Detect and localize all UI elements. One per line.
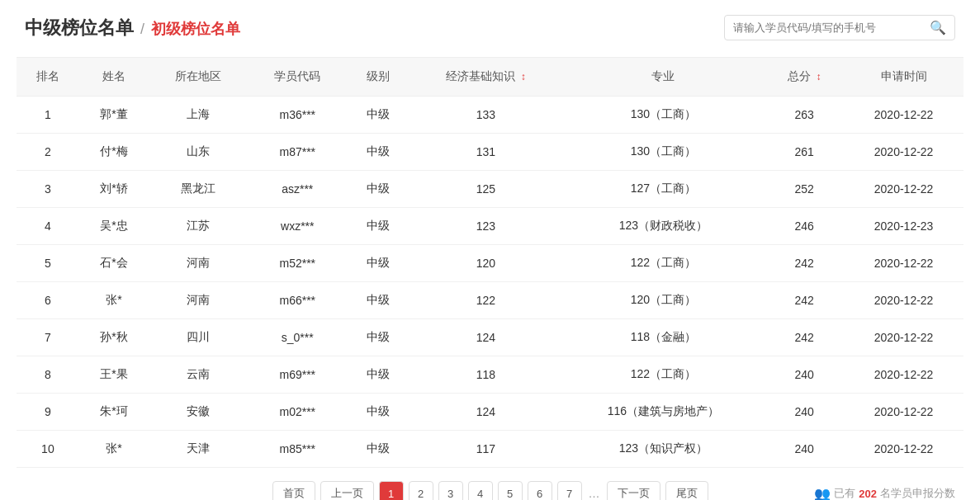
table-row: 2付*梅山东m87***中级131130（工商）2612020-12-22 (17, 134, 963, 171)
cell-name: 郭*董 (79, 97, 149, 134)
cell-code: m69*** (248, 356, 347, 394)
cell-region: 四川 (149, 319, 248, 356)
table-row: 6张*河南m66***中级122120（工商）2422020-12-22 (17, 282, 963, 319)
cell-total: 242 (765, 282, 844, 319)
cell-total: 240 (765, 431, 844, 468)
cell-economics: 131 (410, 134, 562, 171)
col-name: 姓名 (79, 58, 149, 97)
pagination-首页[interactable]: 首页 (272, 481, 315, 500)
cell-date: 2020-12-22 (844, 97, 963, 134)
cell-major: 118（金融） (562, 319, 765, 356)
table-row: 1郭*董上海m36***中级133130（工商）2632020-12-22 (17, 97, 963, 134)
cell-total: 246 (765, 208, 844, 245)
cell-name: 朱*珂 (79, 394, 149, 431)
cell-name: 刘*轿 (79, 171, 149, 208)
cell-rank: 1 (17, 97, 79, 134)
cell-rank: 7 (17, 319, 79, 356)
cell-major: 120（工商） (562, 282, 765, 319)
cell-code: m87*** (248, 134, 347, 171)
cell-economics: 120 (410, 245, 562, 282)
cell-date: 2020-12-22 (844, 319, 963, 356)
cell-major: 123（财政税收） (562, 208, 765, 245)
cell-region: 河南 (149, 282, 248, 319)
col-region: 所在地区 (149, 58, 248, 97)
col-economics[interactable]: 经济基础知识 ↕ (410, 58, 562, 97)
table-row: 10张*天津m85***中级117123（知识产权）2402020-12-22 (17, 431, 963, 468)
cell-total: 240 (765, 394, 844, 431)
cell-date: 2020-12-22 (844, 356, 963, 394)
cell-name: 吴*忠 (79, 208, 149, 245)
cell-code: m36*** (248, 97, 347, 134)
economics-sort-icon: ↕ (521, 71, 526, 83)
cell-level: 中级 (347, 171, 410, 208)
page-btn-7[interactable]: 7 (557, 481, 582, 500)
rankings-table: 排名 姓名 所在地区 学员代码 级别 经济基础知识 ↕ 专业 总分 ↕ 申请时间… (17, 57, 963, 468)
cell-level: 中级 (347, 134, 410, 171)
table-row: 4吴*忠江苏wxz***中级123123（财政税收）2462020-12-23 (17, 208, 963, 245)
cell-name: 张* (79, 431, 149, 468)
col-level: 级别 (347, 58, 410, 97)
page-btn-4[interactable]: 4 (468, 481, 493, 500)
table-row: 7孙*秋四川s_0***中级124118（金融）2422020-12-22 (17, 319, 963, 356)
cell-date: 2020-12-22 (844, 171, 963, 208)
page-footer: 首页上一页1234567…下一页尾页 👥 已有 202 名学员申报分数 (0, 471, 980, 500)
pagination-尾页[interactable]: 尾页 (665, 481, 708, 500)
col-total[interactable]: 总分 ↕ (765, 58, 844, 97)
search-icon[interactable]: 🔍 (930, 20, 946, 35)
cell-total: 263 (765, 97, 844, 134)
cell-economics: 125 (410, 171, 562, 208)
cell-level: 中级 (347, 431, 410, 468)
cell-economics: 122 (410, 282, 562, 319)
cell-level: 中级 (347, 97, 410, 134)
footer-right: 👥 已有 202 名学员申报分数 (774, 486, 955, 501)
cell-date: 2020-12-22 (844, 282, 963, 319)
col-rank: 排名 (17, 58, 79, 97)
cell-date: 2020-12-22 (844, 134, 963, 171)
cell-major: 130（工商） (562, 134, 765, 171)
cell-region: 江苏 (149, 208, 248, 245)
search-input[interactable] (733, 21, 925, 34)
page-header: 中级榜位名单 / 初级榜位名单 🔍 (0, 0, 980, 49)
cell-total: 242 (765, 245, 844, 282)
cell-total: 252 (765, 171, 844, 208)
cell-major: 127（工商） (562, 171, 765, 208)
member-number: 202 (859, 488, 877, 500)
cell-code: wxz*** (248, 208, 347, 245)
cell-level: 中级 (347, 282, 410, 319)
table-container: 排名 姓名 所在地区 学员代码 级别 经济基础知识 ↕ 专业 总分 ↕ 申请时间… (0, 57, 980, 468)
page-btn-3[interactable]: 3 (438, 481, 463, 500)
page-btn-5[interactable]: 5 (498, 481, 523, 500)
title-sub[interactable]: 初级榜位名单 (151, 19, 240, 39)
page-btn-1[interactable]: 1 (379, 481, 404, 500)
cell-code: m66*** (248, 282, 347, 319)
cell-total: 240 (765, 356, 844, 394)
table-row: 3刘*轿黑龙江asz***中级125127（工商）2522020-12-22 (17, 171, 963, 208)
cell-rank: 2 (17, 134, 79, 171)
cell-level: 中级 (347, 319, 410, 356)
title-area: 中级榜位名单 / 初级榜位名单 (25, 16, 240, 40)
table-row: 5石*会河南m52***中级120122（工商）2422020-12-22 (17, 245, 963, 282)
cell-major: 116（建筑与房地产） (562, 394, 765, 431)
total-sort-icon: ↕ (817, 71, 821, 83)
cell-name: 石*会 (79, 245, 149, 282)
cell-level: 中级 (347, 394, 410, 431)
cell-region: 黑龙江 (149, 171, 248, 208)
cell-date: 2020-12-22 (844, 394, 963, 431)
search-box[interactable]: 🔍 (724, 15, 955, 40)
title-divider: / (140, 21, 144, 38)
cell-level: 中级 (347, 356, 410, 394)
table-header-row: 排名 姓名 所在地区 学员代码 级别 经济基础知识 ↕ 专业 总分 ↕ 申请时间 (17, 58, 963, 97)
member-count-area: 👥 已有 202 名学员申报分数 (814, 486, 955, 501)
cell-name: 张* (79, 282, 149, 319)
page-btn-2[interactable]: 2 (409, 481, 433, 500)
cell-region: 上海 (149, 97, 248, 134)
cell-code: m85*** (248, 431, 347, 468)
page-btn-6[interactable]: 6 (528, 481, 552, 500)
pagination-上一页[interactable]: 上一页 (320, 481, 374, 500)
member-prefix: 已有 (834, 486, 855, 500)
cell-region: 山东 (149, 134, 248, 171)
cell-major: 122（工商） (562, 245, 765, 282)
cell-major: 122（工商） (562, 356, 765, 394)
pagination-下一页[interactable]: 下一页 (607, 481, 660, 500)
cell-rank: 5 (17, 245, 79, 282)
